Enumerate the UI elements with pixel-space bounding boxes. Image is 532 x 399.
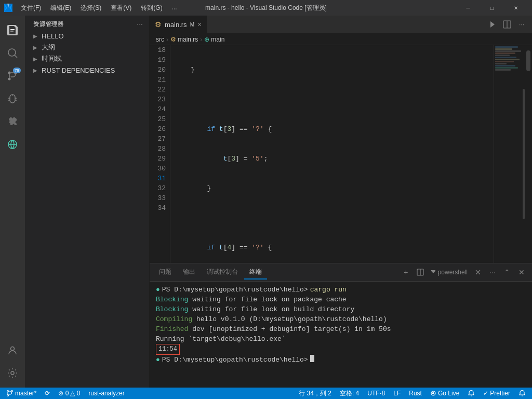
minimap-line: [495, 46, 518, 48]
more-actions-button[interactable]: ···: [515, 18, 528, 31]
sidebar-more-icon[interactable]: ···: [137, 20, 143, 28]
svg-line-3: [15, 55, 17, 58]
minimap-line: [495, 61, 514, 62]
maximize-button[interactable]: □: [480, 0, 504, 16]
sidebar-item-hello[interactable]: ▶ HELLO: [25, 30, 149, 42]
minimap-line: [495, 67, 518, 69]
terminal-line-prompt-2: ● PS D:\mysetup\gopath\rustcode\hello>: [156, 355, 526, 365]
status-bar: master* ⟳ ⊗ 0 △ 0 rust-analyzer 行 34，列 2…: [0, 388, 532, 399]
split-editor-button[interactable]: [501, 18, 513, 31]
activity-explorer[interactable]: [2, 20, 23, 41]
new-terminal-button[interactable]: +: [400, 266, 412, 278]
sidebar-item-rust-deps-label: RUST DEPENDENCIES: [42, 66, 115, 74]
status-analyzer[interactable]: rust-analyzer: [86, 388, 126, 399]
run-button[interactable]: [486, 18, 499, 31]
error-count: ⊗ 0: [58, 390, 69, 397]
function-icon: ⊕: [204, 36, 209, 43]
minimap-scrollbar: [523, 89, 525, 219]
scrollbar-vertical[interactable]: [525, 45, 532, 263]
breadcrumb: src › ⚙ main.rs › ⊕ main: [150, 34, 532, 45]
code-editor[interactable]: 18 19 20 21 22 23 24 25 26 27 28 29 30 ▶…: [150, 45, 532, 263]
panel-close-button[interactable]: ✕: [515, 266, 528, 278]
activity-bar: 78: [0, 16, 25, 388]
panel-tab-problems[interactable]: 问题: [154, 265, 177, 280]
source-control-badge: 78: [13, 68, 21, 73]
main-layout: 78 资源管理器 ··· ▶ HELLO: [0, 16, 532, 388]
svg-point-5: [8, 78, 11, 81]
activity-settings[interactable]: [2, 363, 23, 383]
svg-point-4: [8, 72, 11, 74]
menu-view[interactable]: 查看(V): [107, 3, 136, 14]
tab-close-main-rs[interactable]: ×: [197, 20, 202, 29]
terminal-cmd-cargo-run: cargo run: [310, 285, 347, 295]
panel-maximize-button[interactable]: ⌃: [501, 266, 513, 278]
activity-debug[interactable]: [2, 88, 23, 109]
menu-file[interactable]: 文件(F): [17, 3, 45, 14]
tab-modified-dot: M: [190, 22, 194, 28]
panel-tab-output[interactable]: 输出: [178, 265, 201, 280]
status-bell[interactable]: [466, 388, 477, 399]
code-line-19: [175, 95, 489, 104]
close-button[interactable]: ✕: [504, 0, 528, 16]
activity-account[interactable]: [2, 340, 23, 361]
activity-source-control[interactable]: 78: [2, 65, 23, 86]
sidebar-actions[interactable]: ···: [137, 20, 143, 28]
activity-extensions[interactable]: [2, 111, 23, 132]
status-language[interactable]: Rust: [407, 388, 424, 399]
status-encoding[interactable]: UTF-8: [365, 388, 387, 399]
terminal-text-3: Compiling hello v0.1.0 (D:\mysetup\gopat…: [156, 314, 387, 324]
menu-select[interactable]: 选择(S): [76, 3, 105, 14]
minimize-button[interactable]: ─: [456, 0, 480, 16]
status-branch[interactable]: master*: [4, 388, 38, 399]
sidebar-item-timeline[interactable]: ▶ 时间线: [25, 53, 149, 64]
breadcrumb-src[interactable]: src: [156, 36, 164, 43]
minimap-line: [495, 63, 507, 64]
scrollbar-thumb[interactable]: [526, 50, 530, 71]
prettier-label: Prettier: [490, 390, 510, 397]
tab-main-rs[interactable]: ⚙ main.rs M ×: [150, 16, 207, 33]
panel-more-button[interactable]: ···: [486, 266, 499, 278]
terminal-path-1: PS D:\mysetup\gopath\rustcode\hello>: [162, 285, 308, 295]
terminal-line-time: 11:54: [156, 344, 526, 355]
breadcrumb-main-fn[interactable]: ⊕ main: [204, 36, 224, 43]
rust-file-icon-small: ⚙: [170, 36, 176, 43]
terminal-prompt-1: ●: [156, 285, 160, 295]
sidebar-item-outline[interactable]: ▶ 大纲: [25, 42, 149, 53]
status-sync[interactable]: ⟳: [43, 388, 52, 399]
breadcrumb-main-rs[interactable]: ⚙ main.rs: [170, 36, 198, 43]
terminal-line-1: ● PS D:\mysetup\gopath\rustcode\hello> c…: [156, 285, 526, 295]
minimap-line: [495, 52, 515, 54]
minimap-line: [495, 59, 520, 60]
encoding-label: UTF-8: [367, 390, 385, 397]
terminal-content[interactable]: ● PS D:\mysetup\gopath\rustcode\hello> c…: [150, 282, 532, 388]
sidebar-item-outline-label: 大纲: [42, 43, 55, 52]
panel-tab-debug-console[interactable]: 调试控制台: [202, 265, 243, 280]
golive-icon: [430, 390, 436, 396]
status-golive[interactable]: Go Live: [428, 388, 461, 399]
status-position[interactable]: 行 34，列 2: [297, 388, 334, 399]
rust-file-icon: ⚙: [155, 20, 162, 29]
title-bar: 文件(F) 编辑(E) 选择(S) 查看(V) 转到(G) ... main.r…: [0, 0, 532, 16]
split-terminal-button[interactable]: [414, 266, 427, 278]
sidebar-item-rust-deps[interactable]: ▶ RUST DEPENDENCIES: [25, 64, 149, 76]
status-line-ending[interactable]: LF: [391, 388, 403, 399]
menu-goto[interactable]: 转到(G): [137, 3, 166, 14]
terminal-selector[interactable]: powershell: [429, 269, 470, 276]
line-numbers: 18 19 20 21 22 23 24 25 26 27 28 29 30 ▶…: [150, 45, 170, 263]
window-controls[interactable]: ─ □ ✕: [456, 0, 528, 16]
menu-more[interactable]: ...: [168, 3, 181, 14]
tree-arrow-outline: ▶: [31, 43, 39, 51]
activity-remote[interactable]: [2, 134, 23, 155]
status-prettier[interactable]: ✓ Prettier: [481, 388, 512, 399]
svg-point-20: [7, 395, 9, 396]
menu-bar[interactable]: 文件(F) 编辑(E) 选择(S) 查看(V) 转到(G) ...: [17, 3, 181, 14]
bell-icon: [468, 390, 475, 397]
status-notification[interactable]: [516, 388, 528, 399]
code-line-22: }: [175, 183, 489, 193]
status-errors[interactable]: ⊗ 0 △ 0: [56, 388, 82, 399]
status-spaces[interactable]: 空格: 4: [338, 388, 361, 399]
activity-search[interactable]: [2, 43, 23, 63]
menu-edit[interactable]: 编辑(E): [46, 3, 75, 14]
panel-tab-terminal[interactable]: 终端: [244, 265, 267, 280]
kill-terminal-button[interactable]: [472, 266, 484, 278]
